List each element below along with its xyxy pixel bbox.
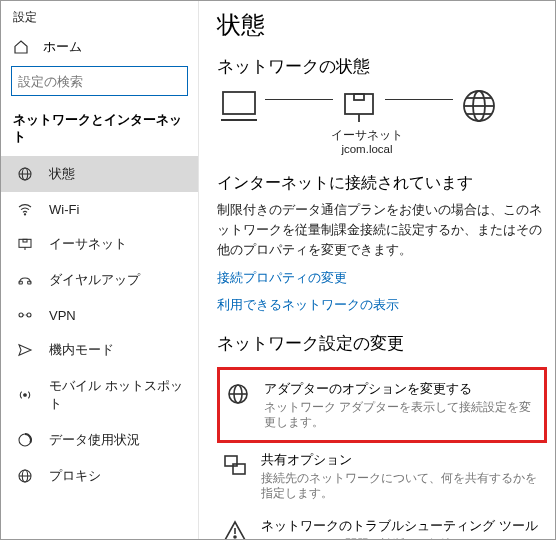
pc-node: [219, 88, 259, 124]
svg-point-12: [27, 313, 31, 317]
connector-line: [385, 99, 453, 100]
connector-line: [265, 99, 333, 100]
sharing-options-row[interactable]: 共有オプション 接続先のネットワークについて、何を共有するかを指定します。: [217, 443, 549, 509]
svg-rect-18: [223, 92, 255, 114]
svg-rect-10: [28, 281, 31, 284]
sidebar-item-label: イーサネット: [49, 235, 127, 253]
page-title: 状態: [217, 9, 549, 41]
globe-icon: [17, 166, 33, 182]
search-box[interactable]: [11, 66, 188, 96]
globe-big-icon: [459, 88, 499, 124]
sidebar-item-hotspot[interactable]: モバイル ホットスポット: [1, 368, 198, 422]
change-network-settings-heading: ネットワーク設定の変更: [217, 332, 549, 355]
vpn-icon: [17, 307, 33, 323]
change-connection-properties-link[interactable]: 接続プロパティの変更: [217, 270, 549, 287]
show-available-networks-link[interactable]: 利用できるネットワークの表示: [217, 297, 549, 314]
connected-status: インターネットに接続されています: [217, 173, 549, 194]
globe-node: [459, 88, 499, 124]
sidebar-item-ethernet[interactable]: イーサネット: [1, 226, 198, 262]
ethernet-labels: イーサネット jcom.local: [327, 128, 407, 155]
ethernet-node: [339, 88, 379, 124]
svg-rect-20: [345, 94, 373, 114]
dialup-icon: [17, 272, 33, 288]
airplane-icon: [17, 342, 33, 358]
svg-rect-21: [354, 94, 364, 100]
ethernet-icon: [17, 236, 33, 252]
sidebar-item-label: モバイル ホットスポット: [49, 377, 186, 413]
svg-point-11: [19, 313, 23, 317]
pc-icon: [219, 88, 259, 124]
row-subtitle: ネットワークの問題を診断し、解決します。: [261, 537, 538, 539]
troubleshoot-row[interactable]: ネットワークのトラブルシューティング ツール ネットワークの問題を診断し、解決し…: [217, 509, 549, 539]
sidebar-item-dialup[interactable]: ダイヤルアップ: [1, 262, 198, 298]
sidebar: 設定 ホーム ネットワークとインターネット 状態 Wi-Fi: [1, 1, 199, 539]
sidebar-item-label: Wi-Fi: [49, 202, 79, 217]
row-title: ネットワークのトラブルシューティング ツール: [261, 517, 538, 535]
row-title: アダプターのオプションを変更する: [264, 380, 538, 398]
svg-rect-9: [19, 281, 22, 284]
troubleshoot-icon: [223, 519, 247, 539]
ethernet-label: イーサネット: [327, 128, 407, 143]
app-title: 設定: [1, 7, 198, 32]
sidebar-item-proxy[interactable]: プロキシ: [1, 458, 198, 494]
row-title: 共有オプション: [261, 451, 543, 469]
sidebar-item-datausage[interactable]: データ使用状況: [1, 422, 198, 458]
sidebar-item-wifi[interactable]: Wi-Fi: [1, 192, 198, 226]
row-subtitle: 接続先のネットワークについて、何を共有するかを指定します。: [261, 471, 543, 501]
home-icon: [13, 39, 29, 55]
network-status-heading: ネットワークの状態: [217, 55, 549, 78]
ethernet-domain: jcom.local: [327, 143, 407, 155]
home-label: ホーム: [43, 38, 82, 56]
sidebar-item-status[interactable]: 状態: [1, 156, 198, 192]
main-content: 状態 ネットワークの状態 イーサネット jcom.: [199, 1, 555, 539]
svg-rect-6: [19, 239, 31, 247]
sidebar-item-label: データ使用状況: [49, 431, 140, 449]
home-button[interactable]: ホーム: [1, 32, 198, 66]
sharing-icon: [223, 453, 247, 477]
metered-description: 制限付きのデータ通信プランをお使いの場合は、このネットワークを従量制課金接続に設…: [217, 200, 549, 260]
svg-point-34: [234, 536, 236, 538]
hotspot-icon: [17, 387, 33, 403]
sidebar-item-label: プロキシ: [49, 467, 101, 485]
data-usage-icon: [17, 432, 33, 448]
svg-point-5: [24, 214, 25, 215]
wifi-icon: [17, 201, 33, 217]
row-subtitle: ネットワーク アダプターを表示して接続設定を変更します。: [264, 400, 538, 430]
search-input[interactable]: [18, 74, 186, 89]
sidebar-section-label: ネットワークとインターネット: [1, 108, 198, 156]
sidebar-item-label: ダイヤルアップ: [49, 271, 140, 289]
sidebar-item-label: 機内モード: [49, 341, 114, 359]
sidebar-item-label: VPN: [49, 308, 76, 323]
sidebar-item-vpn[interactable]: VPN: [1, 298, 198, 332]
sidebar-item-airplane[interactable]: 機内モード: [1, 332, 198, 368]
svg-rect-7: [23, 239, 27, 242]
adapter-icon: [226, 382, 250, 406]
network-diagram: [217, 88, 549, 124]
proxy-icon: [17, 468, 33, 484]
ethernet-port-icon: [339, 88, 379, 124]
change-adapter-options-row[interactable]: アダプターのオプションを変更する ネットワーク アダプターを表示して接続設定を変…: [217, 367, 547, 443]
svg-point-13: [24, 394, 27, 397]
sidebar-item-label: 状態: [49, 165, 75, 183]
